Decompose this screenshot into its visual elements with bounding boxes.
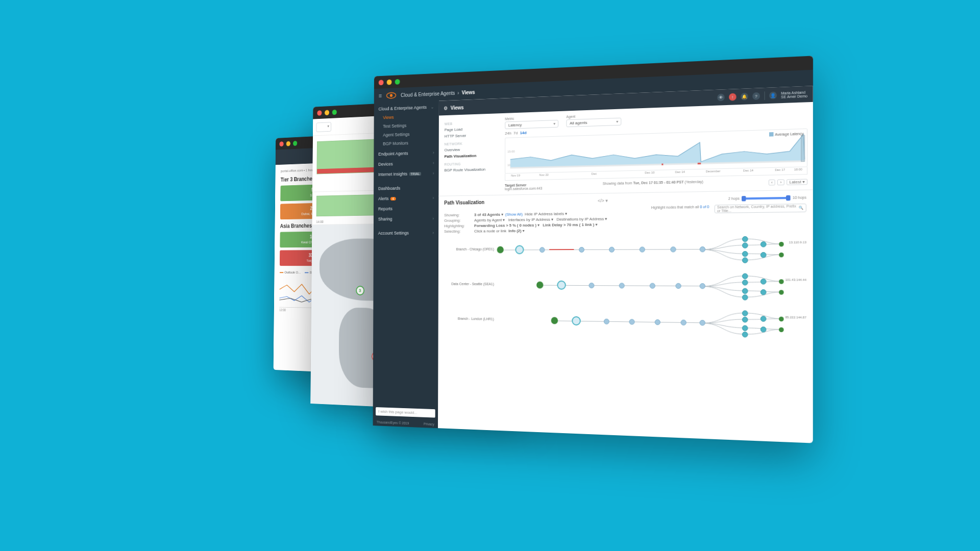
chevron-down-icon: ⌄ <box>431 105 434 110</box>
node-hop[interactable] <box>700 283 705 289</box>
node-hop[interactable] <box>742 310 748 316</box>
node-hop[interactable] <box>650 283 655 289</box>
avatar[interactable]: 👤 <box>769 91 777 99</box>
node-hop[interactable] <box>761 316 767 322</box>
node-hop[interactable] <box>761 289 767 295</box>
metric-dropdown[interactable]: Latency <box>505 120 558 129</box>
target-server: Target Serverlogin.salesforce.com:443 <box>505 183 542 191</box>
traffic-min-icon[interactable] <box>286 141 290 146</box>
node-endpoint[interactable] <box>779 279 784 284</box>
node-hop[interactable] <box>629 319 635 324</box>
node-selected[interactable] <box>557 281 566 290</box>
lane-label: Branch - Chicago (ORD1) <box>444 247 494 251</box>
node-hop[interactable] <box>742 236 748 242</box>
traffic-close-icon[interactable] <box>317 110 322 116</box>
node-hop[interactable] <box>761 241 767 247</box>
help-icon[interactable]: ? <box>752 92 760 100</box>
node-selected[interactable] <box>515 245 524 255</box>
next-button[interactable]: › <box>777 179 785 185</box>
window-pathvis: ≡ Cloud & Enterprise Agents › Views Clou… <box>373 56 813 443</box>
lane-label: Data Center - Seattle (SEA1) <box>444 282 494 286</box>
traffic-close-icon[interactable] <box>379 80 384 85</box>
node-hop[interactable] <box>761 252 767 258</box>
node-hop[interactable] <box>670 246 676 252</box>
sidebar-item-account[interactable]: Account Settings› <box>374 227 438 238</box>
traffic-min-icon[interactable] <box>325 110 329 115</box>
traffic-close-icon[interactable] <box>279 141 283 146</box>
node-hop[interactable] <box>742 242 748 248</box>
traffic-max-icon[interactable] <box>332 109 337 115</box>
user-label[interactable]: Maria AshlandSE Amer Demo <box>781 90 807 99</box>
agent-dropdown[interactable]: All agents <box>566 118 621 128</box>
privacy-link[interactable]: Privacy <box>424 422 434 426</box>
node-selected[interactable] <box>572 316 581 325</box>
node-agent[interactable] <box>536 282 543 289</box>
hop-slider[interactable]: 2 hops 10 hops <box>728 195 806 201</box>
node-hop[interactable] <box>619 283 625 288</box>
svg-point-1 <box>390 94 393 97</box>
node-hop[interactable] <box>675 283 681 289</box>
node-endpoint[interactable] <box>779 242 784 246</box>
gear-icon[interactable]: ⚙ <box>444 105 448 111</box>
latest-button[interactable]: Latest ▾ <box>787 179 807 185</box>
node-hop[interactable] <box>742 288 748 294</box>
node-hop[interactable] <box>742 251 748 257</box>
node-hop[interactable] <box>609 247 615 253</box>
node-agent[interactable] <box>551 317 558 324</box>
node-hop[interactable] <box>742 317 748 323</box>
node-hop[interactable] <box>640 246 645 252</box>
dropdown[interactable] <box>316 122 331 132</box>
node-hop[interactable] <box>700 320 705 325</box>
traffic-max-icon[interactable] <box>395 79 400 84</box>
view-bgp[interactable]: BGP Route Visualization <box>444 166 496 173</box>
traffic-min-icon[interactable] <box>387 79 392 85</box>
node-endpoint[interactable] <box>779 290 784 294</box>
sidebar-item-sharing[interactable]: Sharing› <box>374 213 438 224</box>
menu-icon[interactable]: ≡ <box>379 92 382 99</box>
node-hop[interactable] <box>742 294 748 300</box>
node-hop[interactable] <box>742 273 748 279</box>
search-input[interactable]: Search on Network, Country, IP address, … <box>715 204 806 213</box>
link-icon[interactable]: </> ▾ <box>598 198 608 203</box>
traffic-max-icon[interactable] <box>293 140 297 145</box>
node-hop[interactable] <box>742 257 748 263</box>
node-hop[interactable] <box>742 332 748 338</box>
node-endpoint[interactable] <box>779 328 784 333</box>
view-http-server[interactable]: HTTP Server <box>445 132 497 140</box>
node-hop[interactable] <box>540 247 545 253</box>
sidebar-item-reports[interactable]: Reports <box>374 202 438 213</box>
node-endpoint[interactable] <box>779 253 784 257</box>
node-hop[interactable] <box>742 325 748 331</box>
node-hop[interactable] <box>681 320 687 325</box>
alert-count-badge: 4 <box>390 197 396 201</box>
latency-timeline-chart[interactable]: Average Latency 15:00 10:00 <box>505 129 807 174</box>
logo-icon <box>386 92 397 99</box>
prev-button[interactable]: ‹ <box>768 179 775 185</box>
alert-icon[interactable]: ! <box>729 93 737 101</box>
view-path-visualization[interactable]: Path Visualization <box>445 152 497 160</box>
endpoint-ip: 85.222.144.87 <box>785 316 806 319</box>
node-hop[interactable] <box>742 280 748 285</box>
node-hop[interactable] <box>700 246 705 252</box>
breadcrumb[interactable]: Cloud & Enterprise Agents › Views <box>401 89 475 98</box>
map-pin[interactable]: 3 <box>356 286 364 295</box>
node-hop[interactable] <box>589 283 595 288</box>
node-hop[interactable] <box>761 327 767 333</box>
bell-icon[interactable]: 🔔 <box>741 93 748 101</box>
sidebar-item-dashboards[interactable]: Dashboards <box>374 182 438 193</box>
node-hop[interactable] <box>579 247 584 253</box>
pager[interactable]: ‹ › Latest ▾ <box>768 178 807 186</box>
node-hop[interactable] <box>604 319 609 324</box>
sidebar-item-alerts[interactable]: Alerts4› <box>374 192 438 203</box>
node-endpoint[interactable] <box>779 317 784 322</box>
node-hop[interactable] <box>761 279 767 285</box>
sidebar-group-insights[interactable]: Internet InsightsTRIAL› <box>374 167 438 179</box>
node-agent[interactable] <box>497 246 504 254</box>
eye-icon[interactable]: 👁 <box>717 93 725 101</box>
panel-title: Path Visualization <box>444 199 484 206</box>
feedback-input[interactable]: I wish this page would... <box>376 407 435 418</box>
endpoint-ip: 13.110.9.13 <box>789 241 806 244</box>
node-hop[interactable] <box>655 319 660 325</box>
topology-graph[interactable]: Branch - Chicago (ORD1) 13.110.9.13 <box>444 235 806 343</box>
chevron-right-icon: › <box>432 230 434 235</box>
